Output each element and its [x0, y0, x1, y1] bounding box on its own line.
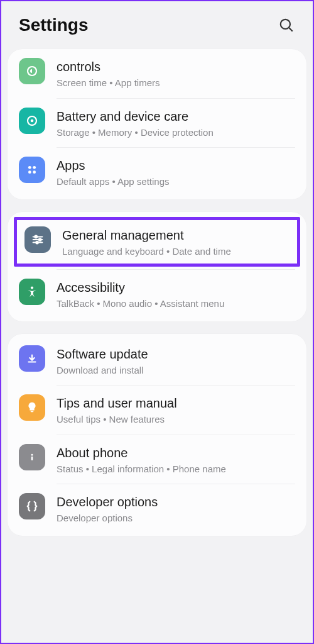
software-update-icon	[19, 345, 45, 372]
svg-point-0	[281, 19, 290, 29]
svg-point-4	[31, 119, 34, 122]
settings-item-tips[interactable]: Tips and user manual Useful tips • New f…	[8, 386, 306, 435]
settings-item-accessibility[interactable]: Accessibility TalkBack • Mono audio • As…	[8, 270, 306, 319]
item-subtitle: Language and keyboard • Date and time	[62, 245, 290, 258]
item-subtitle: Screen time • App timers	[57, 77, 295, 89]
controls-icon	[19, 58, 45, 84]
settings-item-apps[interactable]: Apps Default apps • App settings	[8, 148, 306, 197]
battery-icon	[19, 108, 45, 134]
item-subtitle: Download and install	[57, 364, 295, 377]
settings-item-developer-options[interactable]: Developer options Developer options	[8, 484, 306, 533]
item-subtitle: Status • Legal information • Phone name	[57, 463, 295, 475]
search-icon	[278, 17, 295, 33]
item-title: Battery and device care	[57, 109, 295, 125]
item-title: About phone	[57, 445, 295, 461]
svg-point-8	[33, 170, 36, 174]
settings-group: General management Language and keyboard…	[8, 212, 306, 321]
item-title: Tips and user manual	[57, 396, 295, 411]
tips-icon	[19, 394, 45, 421]
settings-item-software-update[interactable]: Software update Download and install	[8, 336, 306, 386]
svg-point-7	[28, 170, 31, 174]
item-text: Tips and user manual Useful tips • New f…	[57, 394, 295, 426]
settings-item-general-management[interactable]: General management Language and keyboard…	[14, 217, 300, 267]
item-title: Accessibility	[57, 280, 295, 296]
item-text: Accessibility TalkBack • Mono audio • As…	[57, 279, 295, 310]
item-text: Apps Default apps • App settings	[57, 157, 295, 188]
item-text: Developer options Developer options	[57, 493, 295, 525]
item-text: About phone Status • Legal information •…	[57, 444, 295, 475]
item-subtitle: Useful tips • New features	[57, 413, 295, 426]
svg-rect-16	[31, 411, 34, 413]
svg-point-10	[35, 235, 37, 238]
svg-point-12	[39, 238, 41, 241]
item-subtitle: Developer options	[57, 512, 295, 525]
item-text: Software update Download and install	[57, 345, 295, 377]
item-text: General management Language and keyboard…	[62, 226, 290, 258]
item-subtitle: Default apps • App settings	[57, 175, 295, 188]
settings-item-battery[interactable]: Battery and device care Storage • Memory…	[8, 99, 306, 148]
general-management-icon	[24, 226, 51, 253]
about-phone-icon	[19, 444, 45, 470]
svg-point-6	[33, 166, 36, 169]
search-button[interactable]	[278, 16, 295, 34]
item-subtitle: Storage • Memory • Device protection	[57, 126, 295, 139]
item-title: Software update	[57, 347, 295, 362]
apps-icon	[19, 157, 45, 183]
item-text: Battery and device care Storage • Memory…	[57, 108, 295, 139]
item-subtitle: TalkBack • Mono audio • Assistant menu	[57, 297, 295, 310]
settings-item-about-phone[interactable]: About phone Status • Legal information •…	[8, 435, 306, 484]
svg-rect-19	[31, 456, 33, 460]
item-title: Developer options	[57, 494, 295, 510]
developer-options-icon	[19, 493, 45, 519]
header: Settings	[1, 1, 313, 49]
item-title: controls	[57, 59, 295, 75]
page-title: Settings	[19, 15, 88, 35]
svg-line-1	[289, 28, 292, 31]
item-title: Apps	[57, 158, 295, 174]
svg-point-15	[31, 286, 33, 289]
accessibility-icon	[19, 279, 45, 305]
settings-group: Software update Download and install Tip…	[8, 334, 306, 536]
svg-point-5	[28, 166, 31, 169]
settings-group: controls Screen time • App timers Batter…	[8, 49, 306, 199]
settings-item-controls[interactable]: controls Screen time • App timers	[8, 49, 306, 98]
svg-point-18	[31, 453, 33, 455]
svg-point-14	[36, 241, 38, 243]
item-title: General management	[62, 228, 290, 243]
item-text: controls Screen time • App timers	[57, 58, 295, 89]
